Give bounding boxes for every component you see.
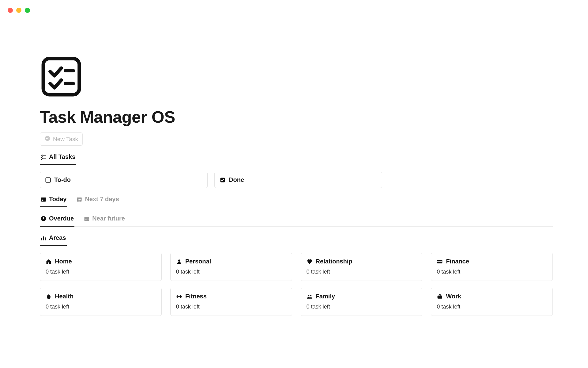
svg-point-37 <box>308 295 309 296</box>
area-card-health[interactable]: Health 0 task left <box>40 288 162 316</box>
check-circle-icon <box>44 135 51 143</box>
svg-rect-34 <box>178 296 180 297</box>
area-sub: 0 task left <box>46 304 156 310</box>
calendar-day-icon <box>40 196 47 202</box>
area-name: Finance <box>446 258 469 265</box>
tab-all-tasks-label: All Tasks <box>49 153 75 160</box>
square-check-icon <box>220 177 226 183</box>
svg-point-38 <box>310 295 311 296</box>
area-card-finance[interactable]: Finance 0 task left <box>431 253 553 281</box>
calendar-icon <box>84 216 90 222</box>
svg-rect-13 <box>77 197 82 199</box>
tab-overdue-label: Overdue <box>49 215 74 222</box>
svg-rect-23 <box>85 219 86 220</box>
checklist-hero-icon <box>40 55 553 98</box>
tab-areas[interactable]: Areas <box>40 234 67 246</box>
svg-rect-7 <box>46 178 51 182</box>
tab-next7[interactable]: Next 7 days <box>76 196 119 207</box>
area-sub: 0 task left <box>176 269 286 275</box>
svg-rect-32 <box>176 296 177 297</box>
area-sub: 0 task left <box>307 304 417 310</box>
area-sub: 0 task left <box>307 269 417 275</box>
svg-rect-24 <box>86 219 87 220</box>
chart-bar-icon <box>40 235 47 241</box>
status-card-todo[interactable]: To-do <box>40 172 208 188</box>
svg-rect-0 <box>43 59 79 95</box>
area-name: Family <box>316 293 335 300</box>
svg-rect-18 <box>79 201 80 201</box>
status-todo-label: To-do <box>54 176 71 183</box>
area-name: Relationship <box>316 258 352 265</box>
user-icon <box>176 259 182 265</box>
area-name: Health <box>55 293 74 300</box>
area-sub: 0 task left <box>437 304 547 310</box>
svg-rect-10 <box>41 197 46 199</box>
tabrow-areas: Areas <box>40 234 553 246</box>
area-card-personal[interactable]: Personal 0 task left <box>170 253 292 281</box>
window-traffic-lights <box>8 8 30 13</box>
svg-rect-16 <box>81 199 81 200</box>
status-row: To-do Done <box>40 172 553 188</box>
status-card-done[interactable]: Done <box>214 172 382 188</box>
tab-all-tasks[interactable]: All Tasks <box>40 153 76 165</box>
tab-areas-label: Areas <box>49 234 66 241</box>
page-title: Task Manager OS <box>40 107 553 126</box>
svg-rect-28 <box>45 237 46 240</box>
svg-rect-11 <box>42 199 43 201</box>
square-icon <box>45 177 51 183</box>
area-card-work[interactable]: Work 0 task left <box>431 288 553 316</box>
area-name: Personal <box>185 258 211 265</box>
area-card-fitness[interactable]: Fitness 0 task left <box>170 288 292 316</box>
area-name: Work <box>446 293 461 300</box>
status-done-label: Done <box>229 176 244 183</box>
svg-rect-31 <box>437 261 443 262</box>
house-icon <box>46 259 52 265</box>
tab-today-label: Today <box>49 196 66 203</box>
area-sub: 0 task left <box>46 269 156 275</box>
tab-near-future-label: Near future <box>92 215 125 222</box>
tabrow-due: Overdue Near future <box>40 215 553 227</box>
svg-point-29 <box>178 259 180 262</box>
window-zoom-icon[interactable] <box>25 8 30 13</box>
svg-rect-35 <box>180 295 181 297</box>
tab-next7-label: Next 7 days <box>85 196 119 203</box>
svg-rect-27 <box>43 236 44 240</box>
svg-rect-14 <box>78 199 79 200</box>
area-card-relationship[interactable]: Relationship 0 task left <box>301 253 423 281</box>
svg-rect-36 <box>181 296 182 297</box>
svg-rect-20 <box>43 217 44 219</box>
svg-point-3 <box>45 136 50 141</box>
svg-rect-26 <box>41 238 42 240</box>
tabrow-all-tasks: All Tasks <box>40 153 553 165</box>
tab-overdue[interactable]: Overdue <box>40 215 74 227</box>
area-sub: 0 task left <box>176 304 286 310</box>
users-icon <box>307 293 313 300</box>
tabrow-time: Today Next 7 days <box>40 195 553 207</box>
calendar-days-icon <box>76 196 82 202</box>
area-sub: 0 task left <box>437 269 547 275</box>
window-close-icon[interactable] <box>8 8 13 13</box>
area-name: Fitness <box>185 293 207 300</box>
new-task-button[interactable]: New Task <box>40 132 83 146</box>
page-root: Task Manager OS New Task All Tasks To-do <box>40 55 553 316</box>
areas-grid: Home 0 task left Personal 0 task left Re… <box>40 253 553 316</box>
window-minimize-icon[interactable] <box>16 8 21 13</box>
svg-rect-15 <box>79 199 80 200</box>
credit-card-icon <box>437 259 443 265</box>
svg-rect-25 <box>88 219 89 220</box>
new-task-label: New Task <box>53 136 78 143</box>
svg-rect-21 <box>43 220 44 220</box>
svg-rect-39 <box>438 295 442 298</box>
svg-rect-33 <box>177 295 178 297</box>
alert-circle-icon <box>40 216 47 222</box>
apple-icon <box>46 293 52 300</box>
svg-rect-17 <box>78 201 79 201</box>
tab-near-future[interactable]: Near future <box>83 215 126 227</box>
list-check-icon <box>40 154 47 160</box>
area-card-home[interactable]: Home 0 task left <box>40 253 162 281</box>
heart-icon <box>307 259 313 265</box>
dumbbell-icon <box>176 293 182 300</box>
tab-today[interactable]: Today <box>40 196 67 207</box>
briefcase-icon <box>437 293 443 300</box>
area-card-family[interactable]: Family 0 task left <box>301 288 423 316</box>
